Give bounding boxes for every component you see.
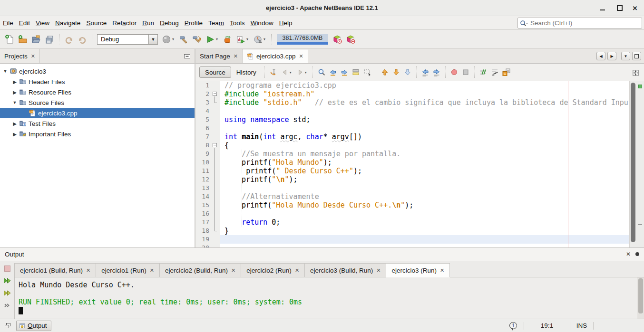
close-icon[interactable]: ✕ (295, 267, 299, 274)
collapse-fold-icon[interactable] (213, 92, 217, 96)
profile-points-record-icon[interactable] (344, 33, 357, 46)
back-icon[interactable] (279, 66, 291, 78)
next-bookmark-icon[interactable] (390, 66, 402, 78)
code-line[interactable]: //Se muestra un mensaje por pantalla. (221, 150, 629, 158)
tree-item-ejercicio3[interactable]: ▼ejercicio3 (0, 66, 195, 76)
menu-file[interactable]: File (0, 16, 16, 30)
code-line[interactable] (221, 124, 629, 133)
close-icon[interactable]: ✕ (234, 53, 238, 59)
error-stripe[interactable] (636, 81, 644, 247)
stop-button[interactable] (2, 263, 12, 274)
redo-icon[interactable] (76, 33, 89, 46)
stop-macro-recording-icon[interactable] (460, 66, 471, 78)
code-line[interactable] (221, 107, 629, 115)
find-selection-icon[interactable] (316, 66, 327, 78)
tab-projects[interactable]: Projects ✕ (0, 49, 40, 63)
menu-window[interactable]: Window (248, 16, 276, 30)
output-tab-ejercicio2-run-[interactable]: ejercicio2 (Run)✕ (241, 263, 305, 277)
tree-item-source-files[interactable]: ▼Source Files (0, 97, 195, 108)
memory-meter-button[interactable]: 381.7/768.0MB (277, 34, 328, 45)
close-icon[interactable]: ✕ (150, 267, 154, 274)
menu-run[interactable]: Run (139, 16, 157, 30)
minimize-panel-icon[interactable] (184, 53, 191, 60)
code-line[interactable]: printf("Hola Mundo"); (221, 158, 629, 167)
project-configuration-select[interactable]: Debug▼ (97, 34, 158, 45)
code-lines[interactable]: // programa ejercicio3.cpp#include "iost… (221, 81, 629, 247)
code-line[interactable]: printf(" Desde Curso C++"); (221, 167, 629, 175)
expand-icon[interactable]: ▶ (11, 79, 18, 85)
restore-window-group-icon[interactable] (4, 322, 11, 330)
open-project-icon[interactable] (29, 33, 43, 46)
toggle-highlight-search-icon[interactable] (350, 66, 361, 78)
code-line[interactable]: #include "iostream.h" (221, 90, 629, 98)
double-chevron-button[interactable] (2, 300, 12, 311)
rectangular-selection-icon[interactable] (361, 66, 373, 78)
tree-item-test-files[interactable]: ▶TTest Files (0, 118, 195, 129)
close-icon[interactable]: ✕ (626, 251, 631, 257)
expand-icon[interactable]: ▶ (11, 132, 18, 137)
output-console[interactable]: Hola Mundo Desde Curso C++. RUN FINISHED… (14, 277, 644, 319)
rerun-button[interactable] (2, 275, 12, 286)
code-line[interactable]: return 0; (221, 218, 629, 227)
scroll-tabs-right-icon[interactable]: ▶ (607, 52, 616, 60)
new-project-icon[interactable] (16, 33, 29, 46)
notifications-icon[interactable]: 1 (509, 322, 517, 329)
profile-gauge-icon[interactable] (251, 33, 264, 46)
code-line[interactable]: int main(int argc, char* argv[]) (221, 133, 629, 141)
chevron-down-icon[interactable]: ▾ (263, 37, 267, 41)
scroll-tabs-left-icon[interactable]: ◀ (596, 52, 605, 60)
save-all-icon[interactable] (43, 33, 56, 46)
chevron-down-icon[interactable]: ▾ (216, 37, 220, 41)
close-icon[interactable]: ✕ (376, 267, 381, 274)
code-line[interactable]: using namespace std; (221, 115, 629, 124)
close-icon[interactable]: ✕ (86, 267, 90, 274)
close-icon[interactable]: ✕ (31, 53, 35, 59)
code-line[interactable] (221, 209, 629, 218)
chevron-down-icon[interactable]: ▼ (148, 34, 158, 45)
maximize-icon[interactable] (615, 4, 624, 12)
clean-build-project-icon[interactable] (190, 33, 204, 46)
search-icon[interactable] (518, 20, 530, 27)
quick-search[interactable] (517, 18, 642, 28)
new-file-icon[interactable] (3, 33, 16, 46)
forward-icon[interactable] (294, 66, 306, 78)
search-input[interactable] (530, 19, 642, 27)
menu-view[interactable]: View (33, 16, 52, 30)
output-tab-ejercicio2-build-run-[interactable]: ejercicio2 (Build, Run)✕ (160, 263, 241, 277)
chevron-down-icon[interactable]: ▾ (172, 37, 176, 41)
editor-gutter[interactable]: 1234567891011121314151617181920 (195, 81, 220, 247)
profile-points-clock-icon[interactable] (331, 33, 344, 46)
previous-bookmark-icon[interactable] (379, 66, 390, 78)
find-next-icon[interactable] (339, 66, 350, 78)
toggle-bookmark-icon[interactable] (402, 66, 413, 78)
tab-ejercicio3-cpp[interactable]: C++ejercicio3.cpp✕ (243, 49, 308, 63)
profile-project-icon[interactable] (234, 33, 247, 46)
chevron-down-icon[interactable]: ▾ (246, 37, 250, 41)
menu-team[interactable]: Team (205, 16, 227, 30)
uncomment-icon[interactable] (489, 66, 500, 78)
collapse-icon[interactable]: ▼ (11, 100, 18, 105)
run-project-icon[interactable] (204, 33, 217, 46)
collapse-icon[interactable]: ▼ (2, 69, 9, 74)
close-icon[interactable]: ✕ (231, 267, 235, 274)
output-tab-ejercicio3-build-run-[interactable]: ejercicio3 (Build, Run)✕ (305, 263, 386, 277)
code-line[interactable] (221, 184, 629, 192)
shift-line-left-icon[interactable] (420, 66, 431, 78)
close-icon[interactable]: ✕ (299, 53, 303, 59)
maximize-window-icon[interactable] (632, 52, 641, 60)
find-previous-icon[interactable] (327, 66, 339, 78)
code-line[interactable]: #include "stdio.h" // este es el cambio … (221, 98, 629, 107)
code-line[interactable]: printf("\n"); (221, 175, 629, 184)
code-line[interactable] (221, 235, 629, 244)
build-project-icon[interactable] (177, 33, 190, 46)
go-to-header-source-icon[interactable]: HC (500, 66, 512, 78)
menu-profile[interactable]: Profile (182, 16, 205, 30)
tab-start-page[interactable]: Start Page✕ (195, 49, 243, 63)
output-tab-ejercicio3-run-[interactable]: ejercicio3 (Run)✕ (386, 263, 450, 277)
menu-debug[interactable]: Debug (157, 16, 182, 30)
history-view-button[interactable]: History (231, 66, 262, 78)
minimize-dot-icon[interactable] (635, 252, 639, 256)
menu-edit[interactable]: Edit (16, 16, 33, 30)
menu-tools[interactable]: Tools (227, 16, 248, 30)
tree-item-header-files[interactable]: ▶Header Files (0, 76, 195, 87)
